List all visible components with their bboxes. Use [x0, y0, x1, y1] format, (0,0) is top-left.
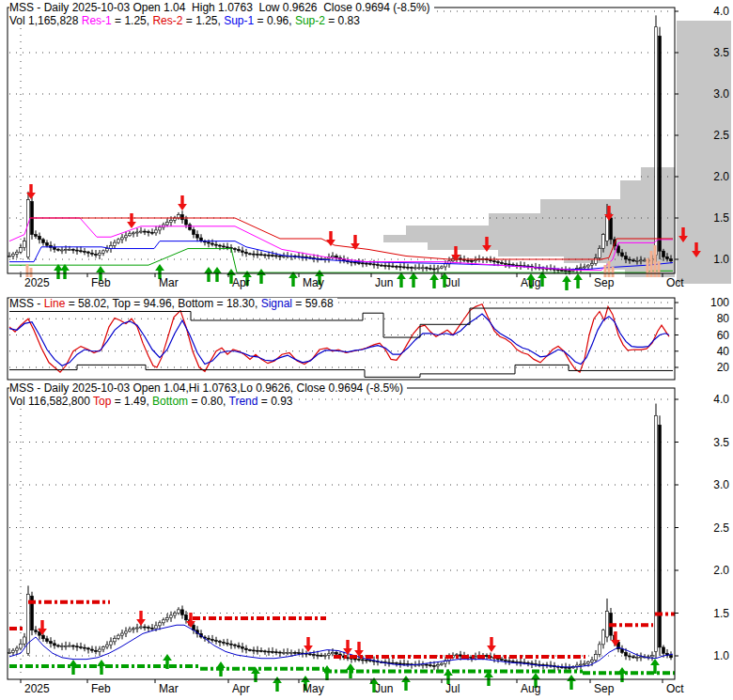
signal-arrows	[38, 611, 660, 692]
panel1-header-line1: MSS - Daily 2025-10-03 Open 1.04 High 1.…	[9, 2, 434, 14]
stock-chart-window: 4.03.53.02.52.01.51.02025FebMarAprMayJun…	[0, 0, 733, 700]
month-label: Jun	[375, 276, 393, 289]
price-chart-panel: 4.03.53.02.52.01.51.02025FebMarAprMayJun…	[0, 0, 733, 297]
y-axis-label: 4.0	[713, 393, 729, 406]
y-axis-label: 2.0	[713, 170, 729, 183]
buy-arrow-icon	[273, 677, 282, 692]
panel2-header: MSS - Line = 58.02, Top = 94.96, Bottom …	[9, 298, 337, 310]
oscillator-signal	[9, 314, 669, 366]
header-segment: = 1.25,	[112, 14, 153, 27]
secondary-price-chart-panel: 4.03.53.02.52.01.51.02025FebMarAprMayJun…	[0, 381, 733, 700]
y-axis-label: 3.0	[713, 478, 729, 491]
sell-arrow-icon	[354, 642, 364, 657]
header-segment: Res-2	[152, 14, 182, 27]
header-segment: Vol 116,582,800	[9, 395, 93, 408]
header-segment: Sup-2	[295, 14, 325, 27]
header-segment: Line	[44, 297, 66, 310]
month-label: Aug	[521, 682, 540, 695]
y-axis-label: 3.5	[713, 46, 729, 59]
sell-arrow-icon	[178, 195, 187, 210]
y-axis-label: 80	[717, 312, 730, 325]
header-segment: Vol 1,165,828	[9, 14, 82, 27]
y-axis-label: 4.0	[713, 5, 729, 18]
y-axis-label: 2.0	[713, 564, 729, 577]
month-label: May	[303, 682, 324, 695]
buy-arrow-icon	[401, 676, 411, 691]
volume-profile-rows	[383, 167, 675, 277]
y-axis-label: 3.0	[713, 87, 729, 101]
header-segment: MSS -	[9, 297, 44, 310]
header-segment: Bottom	[152, 395, 188, 408]
header-segment: = 0.93	[257, 395, 292, 408]
sell-arrow-icon	[326, 231, 335, 246]
buy-arrow-icon	[397, 272, 406, 288]
month-label: Apr	[232, 682, 250, 695]
month-label: Jul	[445, 682, 460, 695]
sell-arrow-icon	[127, 213, 136, 228]
buy-arrow-icon	[212, 267, 222, 282]
buy-arrow-icon	[429, 273, 439, 288]
y-axis-label: 1.0	[713, 649, 729, 662]
panel3-header-line1: MSS - Daily 2025-10-03 Open 1.04,Hi 1.07…	[9, 382, 407, 395]
y-axis-label: 2.5	[713, 521, 729, 535]
sell-arrow-icon	[304, 637, 313, 652]
header-segment: = 1.49,	[111, 395, 152, 408]
buy-arrow-icon	[60, 264, 70, 279]
month-label: May	[303, 276, 324, 289]
sell-arrow-icon	[136, 611, 146, 626]
sell-arrow-icon	[487, 637, 496, 652]
month-label: Jul	[445, 276, 460, 289]
month-label: Apr	[232, 276, 250, 289]
y-axis-label: 1.5	[713, 607, 729, 620]
header-segment: = 59.68	[292, 297, 334, 310]
header-segment: = 0.96,	[254, 14, 295, 27]
buy-arrow-icon	[409, 272, 418, 288]
header-segment: Trend	[229, 395, 258, 408]
header-segment: = 0.80,	[188, 395, 228, 408]
y-axis-label: 1.0	[713, 253, 729, 266]
panel1-title: MSS - Daily 2025-10-03 Open 1.04 High 1.…	[9, 1, 430, 14]
header-segment: Top	[93, 395, 111, 408]
y-axis-label: 100	[710, 297, 729, 309]
header-segment: = 58.02, Top = 94.96, Bottom = 18.30,	[65, 297, 260, 310]
panel3-title: MSS - Daily 2025-10-03 Open 1.04,Hi 1.07…	[9, 381, 403, 395]
y-axis-label: 40	[717, 345, 730, 358]
header-segment: Res-1	[82, 14, 112, 27]
header-segment: Sup-1	[224, 14, 254, 27]
panel3-border	[8, 388, 675, 679]
header-segment: Signal	[261, 297, 292, 310]
volume-profile-margin	[677, 21, 731, 284]
panel1-header-line2: Vol 1,165,828 Res-1 = 1.25, Res-2 = 1.25…	[9, 15, 364, 27]
buy-arrow-icon	[562, 275, 571, 290]
trend-line	[9, 625, 673, 667]
y-axis-label: 3.5	[713, 436, 729, 449]
panel3-header-line2: Vol 116,582,800 Top = 1.49, Bottom = 0.8…	[9, 396, 296, 408]
y-axis-label: 1.5	[713, 211, 729, 225]
month-label: Oct	[666, 276, 684, 289]
panel2-border	[8, 298, 675, 380]
candles-layer	[8, 404, 673, 672]
oscillator-line	[9, 304, 669, 372]
month-label: 2025	[24, 276, 50, 289]
month-label: Oct	[666, 682, 684, 695]
top-bottom-bands	[9, 602, 675, 674]
month-label: Feb	[91, 276, 111, 289]
month-label: Aug	[521, 276, 540, 289]
y-axis-label: 60	[717, 329, 730, 342]
month-label: Jun	[375, 682, 393, 695]
month-label: Sep	[594, 276, 615, 289]
month-label: 2025	[24, 682, 50, 695]
buy-arrow-icon	[54, 264, 63, 279]
oscillator-top-band	[9, 308, 673, 337]
buy-arrow-icon	[204, 267, 213, 282]
month-label: Feb	[91, 682, 111, 695]
buy-arrow-icon	[257, 269, 266, 284]
buy-arrow-icon	[97, 660, 106, 675]
header-segment: = 1.25,	[182, 14, 224, 27]
header-segment: = 0.83	[325, 14, 360, 27]
buy-arrow-icon	[484, 671, 493, 686]
y-axis-label: 20	[717, 361, 730, 374]
buy-arrow-icon	[567, 675, 576, 690]
month-label: Mar	[159, 682, 179, 695]
month-label: Sep	[594, 682, 615, 695]
